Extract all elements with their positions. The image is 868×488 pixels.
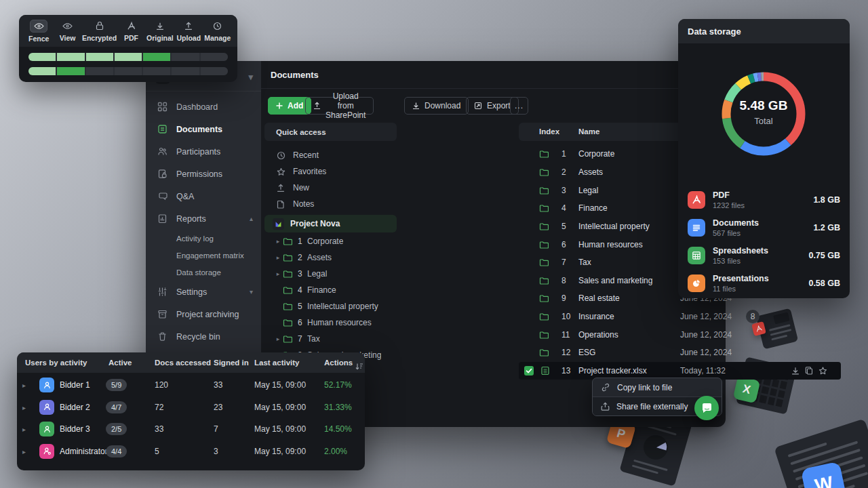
notes-badge[interactable]: 8 bbox=[746, 310, 760, 323]
pie-wedge-icon bbox=[641, 432, 671, 463]
upload-icon bbox=[313, 102, 321, 110]
menu-item-copy-link[interactable]: Copy link to file bbox=[593, 378, 722, 396]
participants-icon bbox=[157, 146, 168, 157]
table-row-10[interactable]: 10InsuranceJune 12, 20248 bbox=[519, 308, 841, 326]
folder-icon bbox=[539, 222, 549, 230]
chevron-right-icon[interactable]: ▸ bbox=[22, 382, 26, 389]
desktop-background: { "toolbar_panel": { "items": [ {"label"… bbox=[0, 0, 868, 488]
chevron-right-icon[interactable]: ▸ bbox=[22, 447, 26, 455]
tool-upload[interactable]: Upload bbox=[174, 20, 203, 43]
tree-folder-intellectual-property[interactable]: 5Intellectual property bbox=[264, 298, 397, 314]
chevron-right-icon: ▸ bbox=[273, 336, 283, 342]
user-row-administrators[interactable]: ▸Administrators4/453May 15, 09:002.00% bbox=[17, 441, 365, 463]
presentations-file-icon bbox=[688, 274, 705, 292]
tree-folder-finance[interactable]: 4Finance bbox=[264, 282, 397, 298]
quick-access-notes[interactable]: Notes bbox=[264, 196, 397, 212]
tree-project-root[interactable]: Project Nova bbox=[264, 215, 397, 232]
upload-sharepoint-button[interactable]: Upload from SharePoint bbox=[305, 97, 374, 115]
tool-manage[interactable]: Manage bbox=[203, 20, 232, 43]
legend-item-documents[interactable]: Documents567 files1.2 GB bbox=[678, 214, 850, 241]
sidebar-item-settings[interactable]: Settings ▾ bbox=[146, 281, 261, 303]
col-last-activity: Last activity bbox=[254, 352, 299, 373]
folder-icon bbox=[283, 237, 292, 245]
tree-folder-human-resources[interactable]: 6Human resources bbox=[264, 314, 397, 331]
avatar bbox=[39, 378, 54, 392]
col-index: Index bbox=[539, 123, 559, 141]
eye-boxed-icon bbox=[30, 20, 47, 33]
tree-folder-tax[interactable]: ▸7Tax bbox=[264, 331, 397, 347]
sidebar-item-participants[interactable]: Participants bbox=[146, 140, 261, 163]
chevron-right-icon[interactable]: ▸ bbox=[22, 426, 26, 433]
tool-original[interactable]: Original bbox=[146, 20, 174, 43]
sidebar-item-project-archiving[interactable]: Project archiving bbox=[146, 303, 261, 325]
quick-access-favorites[interactable]: Favorites bbox=[264, 163, 397, 180]
tool-view[interactable]: View bbox=[53, 20, 81, 43]
user-row-bidder-2[interactable]: ▸Bidder 24/77223May 15, 09:0031.33% bbox=[17, 396, 365, 419]
lock-icon bbox=[96, 20, 104, 32]
chat-bubble-icon bbox=[701, 403, 713, 413]
sidebar-item-qa[interactable]: Q&A bbox=[146, 185, 261, 207]
sidebar-item-engagement-matrix[interactable]: Engagement matrix bbox=[146, 247, 261, 264]
quick-access-new[interactable]: New bbox=[264, 180, 397, 196]
quick-access-recent[interactable]: Recent bbox=[264, 147, 397, 163]
sidebar-item-permissions[interactable]: Permissions bbox=[146, 163, 261, 185]
storage-donut: 5.48 GB Total bbox=[718, 68, 809, 159]
quick-access-header: Quick access bbox=[264, 123, 397, 141]
chevron-down-icon: ▾ bbox=[248, 72, 253, 82]
tool-fence[interactable]: Fence bbox=[24, 20, 53, 43]
total-size: 5.48 GB bbox=[718, 98, 809, 113]
folder-icon bbox=[283, 335, 292, 343]
documents-icon bbox=[157, 124, 168, 134]
pdf-file-icon bbox=[688, 191, 705, 209]
sidebar-item-recycle-bin[interactable]: Recycle bin bbox=[146, 325, 261, 348]
more-actions-button[interactable]: ... bbox=[510, 97, 528, 115]
table-row-12[interactable]: 12ESGJune 12, 2024 bbox=[519, 344, 841, 362]
tool-encrypted[interactable]: Encrypted bbox=[82, 20, 117, 43]
progress-segment-full bbox=[143, 53, 170, 61]
folder-icon bbox=[539, 294, 549, 302]
download-button[interactable]: Download bbox=[404, 97, 469, 115]
download-icon bbox=[412, 102, 420, 110]
table-row-11[interactable]: 11OperationsJune 12, 2024 bbox=[519, 326, 841, 344]
chat-button[interactable] bbox=[694, 396, 719, 420]
active-badge: 4/7 bbox=[106, 401, 127, 413]
tree-folder-assets[interactable]: ▸2Assets bbox=[264, 249, 397, 266]
sidebar-item-dashboard[interactable]: Dashboard bbox=[146, 96, 261, 118]
sidebar-item-activity-log[interactable]: Activity log bbox=[146, 230, 261, 247]
tree-folder-corporate[interactable]: ▸1Corporate bbox=[264, 233, 397, 249]
legend-item-pdf[interactable]: PDF1232 files1.8 GB bbox=[678, 186, 850, 214]
folder-icon bbox=[539, 186, 549, 195]
download-icon[interactable] bbox=[791, 367, 805, 375]
legend-item-spreadsheets[interactable]: Spreadsheets153 files0.75 GB bbox=[678, 241, 850, 269]
avatar bbox=[39, 400, 54, 415]
progress-segment-light bbox=[28, 53, 56, 61]
tree-folder-legal[interactable]: ▸3Legal bbox=[264, 266, 397, 282]
link-icon bbox=[601, 383, 610, 392]
progress-segment-empty bbox=[172, 53, 199, 61]
chevron-right-icon[interactable]: ▸ bbox=[22, 403, 26, 411]
sidebar-item-documents[interactable]: Documents bbox=[146, 118, 261, 140]
folder-icon bbox=[283, 302, 292, 310]
progress-segment-empty bbox=[201, 53, 228, 61]
row-checkbox-checked[interactable] bbox=[524, 366, 534, 375]
chevron-down-icon: ▾ bbox=[250, 288, 253, 296]
legend-item-presentations[interactable]: Presentations11 files0.58 GB bbox=[678, 269, 850, 297]
folder-icon bbox=[539, 331, 549, 339]
folder-icon bbox=[539, 277, 549, 285]
progress-bar-1 bbox=[28, 53, 228, 61]
copy-icon[interactable] bbox=[805, 367, 818, 375]
clock-icon bbox=[276, 151, 285, 160]
tool-pdf[interactable]: PDF bbox=[117, 20, 145, 43]
user-row-bidder-3[interactable]: ▸Bidder 32/5337May 15, 09:0014.50% bbox=[17, 418, 365, 441]
progress-segment-light bbox=[28, 67, 56, 75]
ellipsis-icon: ... bbox=[515, 101, 524, 110]
col-docs-accessed: Docs accessed bbox=[155, 352, 211, 373]
star-icon[interactable] bbox=[818, 367, 827, 375]
dashboard-icon bbox=[157, 102, 168, 112]
sidebar-item-data-storage[interactable]: Data storage bbox=[146, 264, 261, 281]
user-row-bidder-1[interactable]: ▸Bidder 15/912033May 15, 09:0052.17% bbox=[17, 374, 365, 396]
plus-icon bbox=[276, 102, 283, 109]
actions-percent: 31.33% bbox=[324, 403, 352, 412]
pdf-icon bbox=[127, 20, 136, 32]
sidebar-item-reports[interactable]: Reports ▴ bbox=[146, 207, 261, 230]
